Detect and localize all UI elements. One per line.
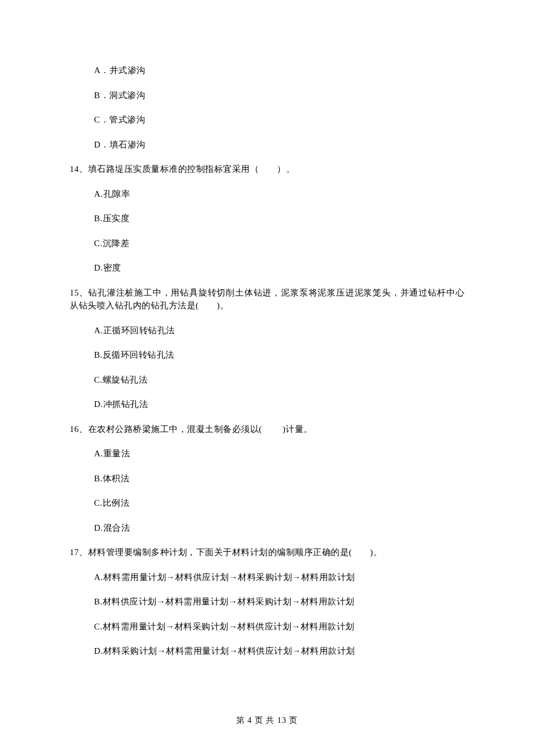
option-c: C.螺旋钻孔法 bbox=[94, 373, 464, 387]
option-b: B.体积法 bbox=[94, 472, 464, 485]
option-d: D.混合法 bbox=[94, 521, 464, 535]
option-b: B.压实度 bbox=[94, 212, 464, 225]
option-a: A．井式渗沟 bbox=[94, 64, 464, 77]
option-c: C.比例法 bbox=[94, 496, 464, 510]
question-16-stem: 16、在农村公路桥梁施工中，混凝土制备必须以( )计量。 bbox=[70, 423, 464, 436]
question-17-stem: 17、材料管理要编制多种计划，下面关于材料计划的编制顺序正确的是( )。 bbox=[70, 546, 464, 559]
option-c: C.材料需用量计划→材料采购计划→材料供应计划→材料用款计划 bbox=[94, 620, 464, 633]
option-a: A.材料需用量计划→材料供应计划→材料采购计划→材料用款计划 bbox=[94, 571, 464, 584]
question-17-options: A.材料需用量计划→材料供应计划→材料采购计划→材料用款计划 B.材料供应计划→… bbox=[94, 571, 464, 658]
option-b: B．洞式渗沟 bbox=[94, 89, 464, 102]
option-b: B.材料供应计划→材料需用量计划→材料采购计划→材料用款计划 bbox=[94, 595, 464, 609]
page-footer: 第 4 页 共 13 页 bbox=[0, 715, 534, 726]
option-d: D.材料采购计划→材料需用量计划→材料供应计划→材料用款计划 bbox=[94, 645, 464, 658]
option-a: A.重量法 bbox=[94, 447, 464, 460]
question-14-stem: 14、填石路堤压实质量标准的控制指标宜采用（ ）。 bbox=[70, 163, 464, 176]
question-16-options: A.重量法 B.体积法 C.比例法 D.混合法 bbox=[94, 447, 464, 534]
option-b: B.反循环回转钻孔法 bbox=[94, 348, 464, 362]
page-content: A．井式渗沟 B．洞式渗沟 C．管式渗沟 D．填石渗沟 14、填石路堤压实质量标… bbox=[0, 0, 534, 658]
question-14-options: A.孔隙率 B.压实度 C.沉降差 D.密度 bbox=[94, 188, 464, 275]
option-a: A.正循环回转钻孔法 bbox=[94, 324, 464, 337]
orphan-options: A．井式渗沟 B．洞式渗沟 C．管式渗沟 D．填石渗沟 bbox=[94, 64, 464, 151]
option-d: D．填石渗沟 bbox=[94, 138, 464, 152]
question-15-options: A.正循环回转钻孔法 B.反循环回转钻孔法 C.螺旋钻孔法 D.冲抓钻孔法 bbox=[94, 324, 464, 411]
option-d: D.冲抓钻孔法 bbox=[94, 398, 464, 411]
option-a: A.孔隙率 bbox=[94, 188, 464, 201]
option-c: C．管式渗沟 bbox=[94, 113, 464, 127]
question-15-stem: 15、钻孔灌注桩施工中，用钻具旋转切削土体钻进，泥浆泵将泥浆压进泥浆笼头，并通过… bbox=[70, 286, 464, 312]
option-d: D.密度 bbox=[94, 261, 464, 275]
option-c: C.沉降差 bbox=[94, 237, 464, 250]
